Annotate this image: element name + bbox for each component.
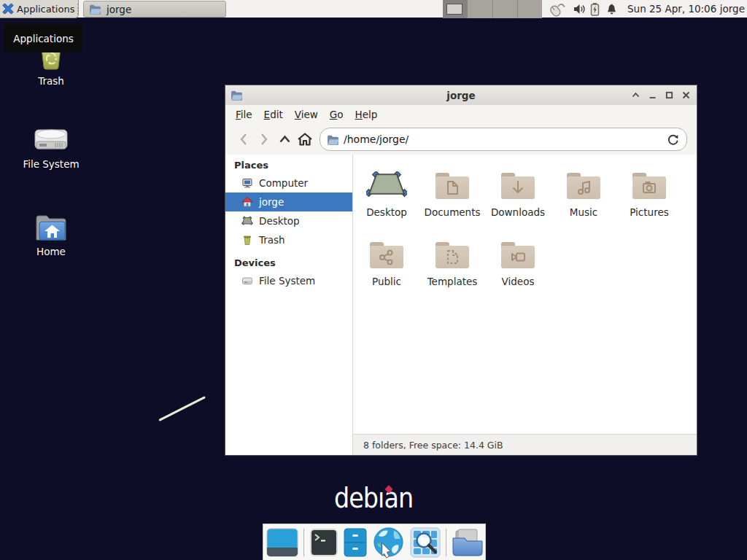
home-icon [241,196,253,208]
terminal-icon [309,528,338,557]
sidebar-item-label: File System [259,275,315,287]
file-label: Downloads [486,206,550,218]
up-button[interactable] [275,128,294,150]
file-pictures[interactable]: Pictures [617,163,681,218]
file-templates[interactable]: Templates [420,233,484,287]
dock-file-manager[interactable] [452,528,484,557]
dock-show-desktop[interactable] [266,528,298,557]
forward-button[interactable] [255,128,274,150]
dock [263,524,486,560]
dock-web-browser[interactable] [372,526,405,559]
templates-folder-icon [433,238,471,270]
task-label: jorge [107,4,131,15]
menubar: File Edit View Go Help [225,105,697,124]
sidebar-item-file-system[interactable]: File System [225,271,352,290]
reload-icon[interactable] [667,133,679,146]
home-folder-icon [34,211,68,242]
dock-terminal[interactable] [309,528,338,557]
sidebar-item-jorge[interactable]: jorge [225,192,352,211]
forward-icon [258,132,270,147]
file-documents[interactable]: Documents [420,163,484,218]
shade-button[interactable] [631,90,640,100]
desktop-icon-home[interactable]: Home [0,211,102,257]
file-music[interactable]: Music [551,163,616,218]
back-button[interactable] [234,128,253,150]
file-cabinet-icon [344,528,367,557]
desktop-icon-file-system[interactable]: File System [0,125,102,170]
places-header: Places [225,158,352,174]
workspace-window-preview [446,4,462,15]
drive-icon [241,275,253,287]
applications-label: Applications [17,4,74,15]
sidebar-item-trash[interactable]: Trash [225,230,352,249]
workspace-2[interactable] [467,0,492,18]
bell-tray-icon[interactable] [606,3,617,15]
menu-view[interactable]: View [289,105,324,124]
desktop-icon [241,215,253,227]
file-label: Public [355,276,419,287]
workspace-1[interactable] [443,0,467,18]
menu-go[interactable]: Go [324,105,349,124]
status-text: 8 folders, Free space: 14.4 GiB [363,440,503,451]
desktop-icon-label: File System [23,158,79,170]
volume-tray-icon[interactable] [573,3,586,15]
file-label: Videos [486,276,550,287]
workspace-3[interactable] [492,0,517,18]
dock-file-cabinet[interactable] [344,528,367,557]
sidebar-item-computer[interactable]: Computer [225,174,352,192]
mouse-tray-icon[interactable] [547,1,566,18]
file-manager-window: jorge File Edit View Go Help /home/jorge… [225,85,697,456]
desktop-folder-icon [366,171,407,198]
drive-icon [33,125,69,155]
workspace-switcher[interactable] [443,0,542,18]
debian-logo-text: debıan [334,483,413,514]
show-desktop-icon [266,528,298,557]
path-bar[interactable]: /home/jorge/ [320,128,687,151]
close-button[interactable] [681,90,691,100]
file-desktop[interactable]: Desktop [355,163,419,218]
window-titlebar[interactable]: jorge [225,85,697,105]
menu-edit[interactable]: Edit [258,105,289,124]
panel-clock[interactable]: Sun 25 Apr, 10:06 [627,0,716,18]
panel-grip[interactable] [77,4,81,15]
file-public[interactable]: Public [355,233,419,287]
sidebar-item-desktop[interactable]: Desktop [225,211,352,230]
music-folder-icon [565,168,603,201]
applications-tooltip: Applications [4,24,82,52]
menu-file[interactable]: File [230,105,258,124]
sidebar-item-label: Computer [259,177,308,189]
file-label: Documents [420,206,484,218]
file-videos[interactable]: Videos [486,233,550,287]
file-view[interactable]: Desktop Documents Downloads Music Pictur… [353,155,697,434]
statusbar: 8 folders, Free space: 14.4 GiB [353,434,697,455]
desktop-artifact-line [158,396,206,421]
up-icon [278,132,292,147]
desktop-icon-label: Trash [38,75,64,87]
file-label: Music [551,206,616,218]
sidebar: Places Computer jorge Desktop Trash Devi… [225,155,353,455]
home-button[interactable] [295,128,314,150]
dock-app-finder[interactable] [410,527,441,558]
menu-help[interactable]: Help [349,105,384,124]
taskbar-window-button[interactable]: jorge [83,1,226,18]
workspace-4[interactable] [517,0,542,18]
computer-icon [241,177,253,189]
dock-separator [303,529,304,556]
dock-separator [446,529,446,556]
documents-folder-icon [433,168,471,201]
sidebar-item-label: jorge [259,196,284,208]
battery-tray-icon[interactable] [590,2,600,16]
app-finder-icon [410,527,441,558]
maximize-button[interactable] [665,90,674,100]
applications-menu-button[interactable]: Applications [0,0,79,18]
sidebar-item-label: Desktop [259,215,300,227]
path-text[interactable]: /home/jorge/ [344,133,662,145]
debian-logo: debıan [0,483,747,514]
top-panel: Applications jorge Sun 25 Apr, 10:06 jor… [0,0,747,18]
toolbar: /home/jorge/ [225,124,697,155]
file-downloads[interactable]: Downloads [486,163,550,218]
panel-username[interactable]: jorge [720,0,745,18]
file-manager-icon [452,528,484,557]
minimize-button[interactable] [648,90,657,100]
sidebar-item-label: Trash [259,234,285,246]
